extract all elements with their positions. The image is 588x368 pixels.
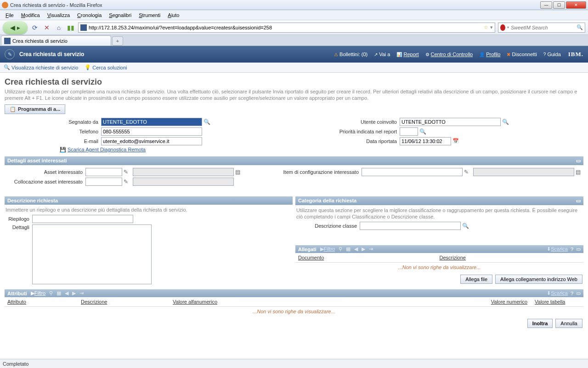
btn-annulla[interactable]: Annulla bbox=[555, 319, 582, 328]
input-utente-coinvolto[interactable] bbox=[400, 118, 501, 126]
lookup-classe-icon[interactable]: 🔍 bbox=[462, 223, 469, 229]
bookmark-star-icon[interactable]: ☆ bbox=[484, 24, 488, 30]
link-scarica-agent[interactable]: 💾Scarica Agent Diagnostica Remota bbox=[60, 147, 146, 153]
allegati-next-icon[interactable]: ▶ bbox=[362, 246, 365, 252]
col-descrizione[interactable]: Descrizione bbox=[440, 255, 581, 260]
search-engine-icon[interactable] bbox=[500, 24, 505, 31]
home-button[interactable]: ⌂ bbox=[54, 23, 63, 32]
addon-icon[interactable]: ▮▮ bbox=[66, 23, 75, 32]
allegati-prev-icon[interactable]: ◀ bbox=[354, 246, 358, 252]
input-asset-interessato[interactable] bbox=[85, 168, 122, 176]
input-descrizione-classe[interactable] bbox=[360, 222, 461, 230]
new-tab-button[interactable]: + bbox=[112, 36, 123, 46]
minimize-button[interactable]: — bbox=[540, 1, 552, 9]
input-item-config[interactable] bbox=[362, 168, 463, 176]
input-priorita[interactable] bbox=[400, 127, 418, 136]
link-visualizza-richieste[interactable]: 🔍Visualizza richieste di servizio bbox=[4, 64, 78, 70]
section-attributi: Attributi ▶Filtro ⚲ ▦ ◀ ▶ ⇥ ⬇Scarica ? ▭ bbox=[5, 289, 583, 297]
link-disconnetti[interactable]: ✖Disconnetti bbox=[507, 52, 537, 57]
section-descrizione-richiesta: Descrizione richiesta bbox=[5, 196, 293, 205]
lookup-item-config-icon[interactable]: ✎ bbox=[464, 169, 469, 175]
textarea-dettagli[interactable] bbox=[32, 224, 152, 284]
menu-segnalibri[interactable]: Segnalibri bbox=[105, 12, 135, 19]
page-title: Crea richiesta di servizio bbox=[5, 77, 583, 87]
url-bar[interactable]: ☆ ▾ bbox=[78, 23, 495, 33]
col-valore-tab[interactable]: Valore tabella bbox=[535, 299, 581, 305]
url-dropdown-icon[interactable]: ▾ bbox=[490, 24, 493, 30]
browser-tab[interactable]: Crea richiesta di servizio bbox=[1, 35, 111, 46]
attributi-tool1-icon[interactable]: ⚲ bbox=[49, 290, 53, 296]
menu-modifica[interactable]: Modifica bbox=[17, 12, 44, 19]
programma-button[interactable]: 📋Programma di a... bbox=[5, 104, 65, 114]
menu-aiuto[interactable]: Aiuto bbox=[164, 12, 183, 19]
menu-cronologia[interactable]: Cronologia bbox=[74, 12, 105, 19]
col-attributo[interactable]: Attributo bbox=[7, 299, 81, 305]
btn-allega-file[interactable]: Allega file bbox=[460, 275, 492, 284]
app-header: ✎ Crea richiesta di servizio ⚠Bollettini… bbox=[0, 46, 588, 63]
search-bar[interactable]: ▾ 🔍 bbox=[498, 23, 585, 33]
lookup-collocazione-icon[interactable]: ✎ bbox=[124, 178, 128, 185]
lookup-asset-icon[interactable]: ✎ bbox=[124, 169, 128, 175]
allegati-help-icon[interactable]: ? bbox=[571, 247, 573, 252]
link-cerca-soluzioni[interactable]: 💡Cerca soluzioni bbox=[85, 64, 127, 70]
allegati-tool2-icon[interactable]: ▦ bbox=[346, 246, 351, 252]
menu-strumenti[interactable]: Strumenti bbox=[135, 12, 164, 19]
tab-label: Crea richiesta di servizio bbox=[12, 38, 68, 44]
lookup-segnalato-icon[interactable]: 🔍 bbox=[204, 119, 210, 125]
back-forward-button[interactable]: ◀ ▸ bbox=[3, 21, 28, 34]
col-documento[interactable]: Documento bbox=[298, 255, 440, 260]
menu-file[interactable]: File bbox=[2, 12, 17, 19]
close-button[interactable]: ✕ bbox=[566, 1, 586, 9]
reload-button[interactable]: ⟳ bbox=[30, 23, 40, 32]
allegati-last-icon[interactable]: ⇥ bbox=[369, 246, 373, 252]
input-telefono[interactable] bbox=[101, 127, 202, 136]
input-data-riportata[interactable] bbox=[400, 137, 451, 145]
allegati-scarica[interactable]: ⬇Scarica bbox=[547, 246, 568, 252]
stop-button[interactable]: ✕ bbox=[42, 23, 51, 32]
link-vai-a[interactable]: ↗Vai a bbox=[374, 52, 390, 57]
attributi-prev-icon[interactable]: ◀ bbox=[65, 290, 68, 296]
col-valore-alfa[interactable]: Valore alfanumerico bbox=[173, 299, 481, 305]
attributi-filtro[interactable]: ▶Filtro bbox=[31, 290, 45, 296]
attributi-next-icon[interactable]: ▶ bbox=[72, 290, 76, 296]
input-riepilogo[interactable] bbox=[32, 215, 133, 223]
attributi-toggle-icon[interactable]: ▭ bbox=[576, 290, 581, 296]
link-report[interactable]: 📊Report bbox=[396, 52, 418, 57]
btn-allega-web[interactable]: Allega collegamento indirizzo Web bbox=[495, 275, 582, 284]
label-descrizione-classe: Descrizione classe bbox=[295, 223, 360, 229]
allegati-tool1-icon[interactable]: ⚲ bbox=[339, 246, 342, 252]
attributi-last-icon[interactable]: ⇥ bbox=[79, 290, 84, 296]
link-profilo[interactable]: 👤Profilo bbox=[479, 52, 500, 57]
attributi-help-icon[interactable]: ? bbox=[571, 291, 573, 296]
display-item-config-desc bbox=[473, 168, 574, 176]
allegati-filtro[interactable]: ▶Filtro bbox=[320, 246, 335, 252]
link-guida[interactable]: ?Guida bbox=[543, 52, 561, 57]
url-input[interactable] bbox=[89, 25, 482, 30]
link-centro-controllo[interactable]: ⚙Centro di Controllo bbox=[425, 52, 473, 57]
input-collocazione[interactable] bbox=[85, 178, 122, 186]
search-input[interactable] bbox=[511, 25, 575, 30]
menu-visualizza[interactable]: Visualizza bbox=[44, 12, 74, 19]
detail-asset-icon[interactable]: ▤ bbox=[235, 169, 240, 175]
label-riepilogo: Riepilogo bbox=[5, 216, 32, 222]
link-bollettini[interactable]: ⚠Bollettini: (0) bbox=[334, 52, 368, 57]
col-valore-num[interactable]: Valore numerico bbox=[481, 299, 527, 305]
input-segnalato-da[interactable] bbox=[101, 118, 202, 126]
col-attr-descrizione[interactable]: Descrizione bbox=[81, 299, 173, 305]
attributi-scarica[interactable]: ⬇Scarica bbox=[547, 290, 568, 296]
toggle-dettagli-asset-icon[interactable]: ▭ bbox=[576, 158, 581, 164]
search-go-icon[interactable]: 🔍 bbox=[577, 24, 583, 30]
detail-item-config-icon[interactable]: ▤ bbox=[576, 169, 581, 175]
toggle-categoria-icon[interactable]: ▭ bbox=[576, 198, 581, 204]
attributi-tool2-icon[interactable]: ▦ bbox=[57, 290, 61, 296]
lookup-utente-icon[interactable]: 🔍 bbox=[502, 119, 509, 125]
site-favicon bbox=[80, 24, 87, 31]
input-email[interactable] bbox=[101, 137, 202, 145]
search-dropdown-icon[interactable]: ▾ bbox=[507, 25, 509, 29]
lookup-priorita-icon[interactable]: 🔍 bbox=[419, 128, 426, 135]
maximize-button[interactable]: ☐ bbox=[553, 1, 565, 9]
calendar-icon[interactable]: 📅 bbox=[452, 138, 459, 144]
btn-inoltra[interactable]: Inoltra bbox=[527, 319, 553, 328]
label-segnalato-da: Segnalato da bbox=[5, 119, 101, 125]
allegati-toggle-icon[interactable]: ▭ bbox=[576, 246, 581, 252]
